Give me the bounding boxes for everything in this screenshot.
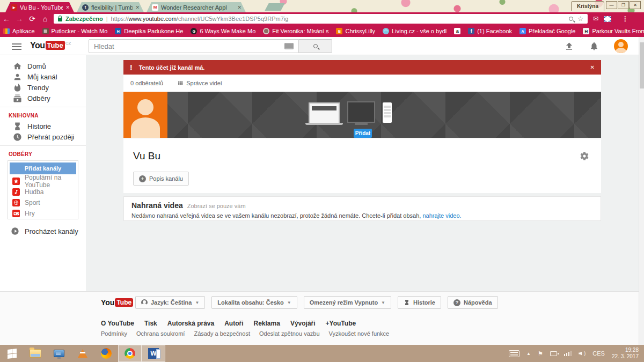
alert-banner: ! Tento účet již kanál má. ✕ — [123, 60, 601, 75]
secure-lock-icon[interactable] — [58, 18, 62, 21]
footer-link[interactable]: Podmínky — [101, 330, 127, 337]
bookmark-chrissylilly[interactable]: ChrissyLilly — [336, 28, 375, 34]
language-indicator[interactable]: CES — [592, 350, 605, 357]
footer-link[interactable]: Autorská práva — [167, 320, 214, 327]
channel-description-button[interactable]: + Popis kanálu — [133, 172, 189, 186]
security-label[interactable]: Zabezpečeno — [65, 16, 103, 22]
tab-youtube[interactable]: Vu Bu - YouTube ✕ — [5, 2, 74, 12]
restore-button[interactable]: ❐ — [618, 1, 629, 9]
new-tab-button[interactable] — [265, 3, 284, 11]
translate-extension-icon[interactable] — [604, 16, 611, 22]
footer-link[interactable]: Vývojáři — [290, 320, 316, 327]
close-button[interactable]: ✕ — [630, 1, 641, 9]
add-channels-button[interactable]: Přidat kanály — [10, 162, 76, 174]
history-button[interactable]: Historie — [398, 296, 441, 309]
channel-item-popular[interactable]: Populární na YouTube — [8, 176, 78, 187]
alert-close-icon[interactable]: ✕ — [590, 64, 595, 70]
tab-close-icon[interactable]: ✕ — [135, 5, 140, 10]
tab-tumblr[interactable]: flexibility | Tumblr ✕ — [77, 2, 144, 12]
sidebar-item-subscriptions[interactable]: Odběry — [0, 93, 86, 104]
file-explorer-button[interactable] — [24, 345, 47, 362]
footer-link[interactable]: Vyzkoušet nové funkce — [329, 330, 390, 337]
bookmark-star-icon[interactable]: ☆ — [577, 15, 583, 23]
mail-extension-icon[interactable]: ✉ — [593, 15, 598, 23]
minimize-button[interactable]: — — [606, 1, 617, 9]
vlc-button[interactable] — [71, 345, 94, 362]
channel-item-sport[interactable]: Sport — [8, 197, 78, 208]
taskbar-clock[interactable]: 19:28 22. 3. 2017 — [612, 347, 639, 360]
channel-art-banner[interactable]: Přidat — [123, 92, 601, 138]
network-signal-icon[interactable] — [564, 351, 572, 356]
search-input[interactable] — [89, 39, 299, 53]
reload-icon[interactable]: ⟳ — [26, 14, 39, 23]
forward-icon[interactable]: → — [13, 14, 26, 23]
footer-link[interactable]: Ochrana soukromí — [136, 330, 185, 337]
keyboard-icon[interactable] — [284, 43, 294, 49]
channel-avatar[interactable] — [123, 92, 167, 138]
channel-settings[interactable] — [580, 151, 589, 163]
notifications-bell-icon[interactable] — [589, 41, 599, 51]
bookmark-living[interactable]: Living.cz - vše o bydl — [383, 28, 447, 34]
footer-link[interactable]: Zásady a bezpečnost — [194, 330, 250, 337]
sidebar-item-home[interactable]: Domů — [0, 61, 86, 71]
footer-link[interactable]: Odeslat zpětnou vazbu — [259, 330, 320, 337]
bookmark-translate[interactable]: Překladač Google — [519, 28, 575, 34]
video-manager-link[interactable]: Správce videí — [177, 80, 222, 86]
sidebar-item-history[interactable]: Historie — [0, 121, 86, 131]
footer-link[interactable]: Tisk — [144, 320, 157, 327]
footer-link[interactable]: +YouTube — [326, 320, 356, 327]
browse-channels[interactable]: Procházet kanály — [0, 224, 86, 239]
chrome-button[interactable] — [118, 345, 142, 362]
footer-link[interactable]: Autoři — [224, 320, 243, 327]
tab-gmail[interactable]: Wonder Researcher Appl ✕ — [147, 2, 246, 12]
account-avatar[interactable] — [614, 39, 628, 53]
address-bar[interactable]: Zabezpečeno | https://www.youtube.com/ch… — [54, 14, 588, 24]
guide-menu-icon[interactable] — [12, 43, 21, 50]
bookmark-fitveronika[interactable]: Fit Veronika: Mlsání s — [263, 28, 328, 34]
sidebar-item-my-channel[interactable]: Můj kanál — [0, 71, 86, 82]
footer-link[interactable]: Reklama — [254, 320, 280, 327]
footer-link[interactable]: O YouTube — [101, 320, 134, 327]
action-center-flag-icon[interactable]: ⚑ — [538, 350, 543, 357]
bookmark-putlocker[interactable]: Putlocker - Watch Mo — [42, 28, 108, 34]
browser-profile-chip[interactable]: Kristýna — [571, 1, 604, 11]
page-scrollbar[interactable] — [639, 37, 644, 345]
sidebar-item-trending[interactable]: Trendy — [0, 82, 86, 93]
footer-youtube-logo[interactable]: You Tube — [101, 298, 133, 307]
content-location-button[interactable]: Lokalita obsahu: Česko ▼ — [211, 296, 297, 309]
word-button[interactable]: W — [142, 345, 165, 362]
bookmark-deepika[interactable]: Deepika Padukone He — [115, 28, 183, 34]
upload-icon[interactable] — [564, 41, 574, 51]
touch-keyboard-icon[interactable] — [509, 350, 519, 357]
sidebar-item-watch-later[interactable]: Přehrát později — [0, 131, 86, 142]
browser-menu-icon[interactable]: ⋮ — [622, 15, 628, 23]
help-button[interactable]: ? Nápověda — [448, 296, 498, 309]
add-channel-art-button[interactable]: Přidat — [354, 129, 372, 138]
upload-video-link[interactable]: nahrajte video. — [422, 212, 461, 219]
url-text[interactable]: https://www.youtube.com/channel/UC5wYkm3… — [111, 16, 566, 22]
settings-button[interactable] — [47, 345, 71, 362]
bookmark-6ways[interactable]: 6 Ways We Make Mo — [191, 28, 255, 34]
youtube-logo[interactable]: You Tube CZ — [30, 41, 71, 50]
battery-icon[interactable] — [550, 351, 557, 356]
home-icon[interactable]: ⌂ — [39, 14, 52, 23]
back-icon[interactable]: ← — [0, 14, 13, 23]
tray-expand-icon[interactable]: ▲ — [526, 351, 531, 356]
search-button[interactable] — [299, 39, 332, 53]
restricted-mode-button[interactable]: Omezený režim Vypnuto ▼ — [304, 296, 391, 309]
bookmark-parkour[interactable]: Parkour Vaults From T — [583, 28, 644, 34]
volume-icon[interactable] — [579, 352, 582, 356]
language-picker-button[interactable]: Jazyk: Čeština ▼ — [135, 296, 205, 309]
bookmark-apps[interactable]: Aplikace — [3, 28, 35, 34]
tab-close-icon[interactable]: ✕ — [65, 5, 70, 10]
zoom-icon[interactable] — [569, 17, 573, 21]
sidebar-divider — [0, 107, 86, 107]
scrollbar-thumb[interactable] — [640, 42, 644, 88]
tab-close-icon[interactable]: ✕ — [237, 5, 241, 10]
channel-item-games[interactable]: Hry — [8, 208, 78, 219]
browser-titlebar: Vu Bu - YouTube ✕ flexibility | Tumblr ✕… — [0, 0, 644, 12]
firefox-button[interactable] — [94, 345, 118, 362]
bookmark-facebook[interactable]: (1) Facebook — [468, 28, 512, 34]
bookmark-amazon[interactable] — [454, 28, 460, 34]
start-button[interactable] — [0, 345, 24, 362]
